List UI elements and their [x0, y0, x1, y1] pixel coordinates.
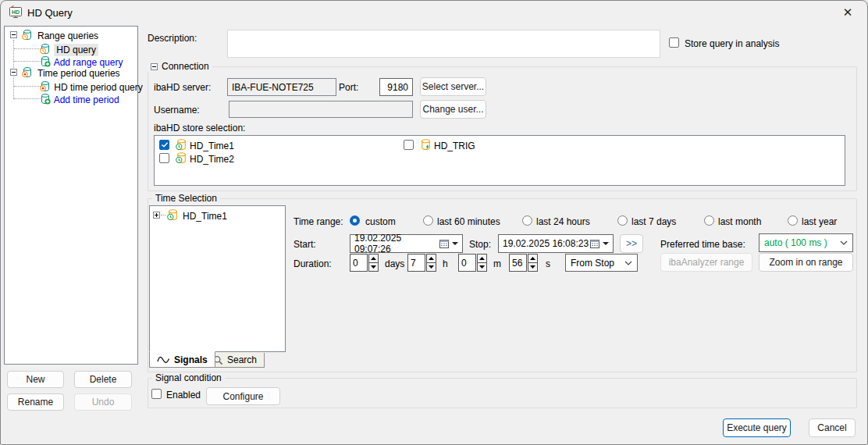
spin-down-icon[interactable] — [426, 262, 436, 272]
username-label: Username: — [154, 105, 200, 116]
radio-last-7-days-label[interactable]: last 7 days — [631, 216, 676, 227]
radio-last-year[interactable] — [788, 215, 798, 226]
rename-button[interactable]: Rename — [7, 393, 64, 411]
dropdown-arrow-icon[interactable] — [452, 242, 458, 245]
delete-button[interactable]: Delete — [74, 371, 132, 388]
tree-item-hd-query[interactable]: HD query — [39, 43, 98, 55]
stop-label: Stop: — [469, 239, 491, 250]
tree-item-label: HD time period query — [54, 82, 142, 93]
chevron-down-icon — [840, 240, 848, 245]
signal-condition-enabled-checkbox[interactable] — [151, 389, 162, 399]
tree-item-add-range-query[interactable]: Add range query — [39, 55, 123, 68]
tree-connector — [14, 86, 41, 87]
ibaanalyzer-range-button: ibaAnalyzer range — [660, 253, 752, 272]
tree-connector — [14, 48, 41, 49]
tree-connector — [14, 61, 41, 62]
description-input[interactable] — [227, 30, 660, 58]
store-item-label[interactable]: HD_Time2 — [190, 154, 234, 165]
hd-period-store-icon — [39, 80, 52, 93]
store-checkbox-hd-time2[interactable] — [159, 153, 169, 163]
duration-hours-unit: h — [443, 258, 448, 269]
sine-wave-icon — [157, 355, 170, 365]
tree-item-time-period-queries[interactable]: Time period queries — [37, 68, 120, 79]
radio-last-month-label[interactable]: last month — [718, 216, 761, 227]
dropdown-arrow-icon[interactable] — [603, 242, 609, 245]
description-label: Description: — [148, 33, 197, 44]
hd-time-store-icon — [21, 29, 34, 41]
chevron-down-icon — [624, 261, 632, 265]
expand-plus-icon[interactable] — [153, 212, 160, 219]
hd-query-app-icon: HD — [9, 5, 23, 20]
radio-last-24-hours[interactable] — [522, 215, 532, 226]
copy-start-to-stop-button[interactable]: >> — [620, 234, 643, 253]
preferred-time-base-label: Preferred time base: — [660, 239, 745, 250]
tab-signals[interactable]: Signals — [149, 351, 215, 368]
radio-last-7-days[interactable] — [617, 215, 628, 226]
store-query-label: Store query in analysis — [685, 38, 779, 49]
tree-item-hd-time-period-query[interactable]: HD time period query — [39, 80, 143, 93]
tree-item-range-queries[interactable]: Range queries — [37, 30, 98, 41]
radio-custom-label[interactable]: custom — [365, 216, 396, 227]
collapse-group-icon[interactable] — [151, 63, 158, 70]
calendar-icon — [590, 239, 599, 248]
new-button[interactable]: New — [7, 371, 64, 388]
duration-hours-stepper[interactable]: 7 — [407, 254, 436, 272]
spin-down-icon[interactable] — [477, 262, 487, 272]
cancel-button[interactable]: Cancel — [809, 418, 856, 437]
close-button[interactable]: ✕ — [834, 2, 861, 23]
radio-last-year-label[interactable]: last year — [802, 216, 837, 227]
duration-minutes-unit: m — [493, 258, 501, 269]
tree-item-add-time-period[interactable]: Add time period — [39, 93, 119, 105]
execute-query-button[interactable]: Execute query — [723, 418, 791, 437]
store-selection-label: ibaHD store selection: — [154, 123, 245, 134]
connection-group-title: Connection — [162, 61, 209, 72]
port-label: Port: — [339, 82, 358, 93]
duration-days-stepper[interactable]: 0 — [350, 254, 379, 272]
store-item-label[interactable]: HD_Time1 — [190, 141, 234, 151]
radio-custom[interactable] — [350, 215, 360, 226]
undo-button: Undo — [74, 393, 132, 411]
spin-down-icon[interactable] — [368, 262, 379, 272]
store-selection-list: HD_Time1 HD_Time2 HD_TRIG — [154, 135, 845, 186]
hd-query-dialog: HD HD Query ✕ Range queries — [0, 0, 868, 445]
duration-days-unit: days — [385, 258, 404, 269]
radio-last-month[interactable] — [704, 215, 714, 226]
configure-button[interactable]: Configure — [206, 387, 280, 405]
signal-condition-group-title: Signal condition — [152, 372, 225, 383]
radio-last-60-minutes[interactable] — [423, 215, 433, 226]
duration-seconds-stepper[interactable]: 56 — [509, 254, 538, 272]
port-input[interactable]: 9180 — [379, 78, 413, 96]
hd-time-store-icon — [175, 138, 188, 151]
signal-condition-enabled-label: Enabled — [166, 390, 201, 400]
collapse-expander-icon[interactable] — [10, 31, 17, 38]
server-input[interactable]: IBA-FUE-NOTE725 — [227, 78, 336, 96]
radio-last-60-minutes-label[interactable]: last 60 minutes — [437, 216, 500, 227]
hd-period-store-icon — [21, 66, 34, 79]
start-datetime-picker[interactable]: 19.02.2025 09:07:26 — [350, 234, 463, 253]
username-input[interactable] — [229, 101, 413, 118]
spin-down-icon[interactable] — [528, 262, 538, 272]
store-checkbox-hd-time1[interactable] — [159, 140, 169, 150]
hd-time-store-icon — [39, 43, 52, 55]
time-selection-group-title: Time Selection — [152, 193, 220, 204]
preferred-time-base-combo[interactable]: auto ( 100 ms ) — [759, 233, 853, 252]
store-item-label[interactable]: HD_TRIG — [434, 141, 475, 151]
store-query-checkbox[interactable] — [669, 37, 679, 48]
zoom-in-on-range-button[interactable]: Zoom in on range — [759, 253, 853, 272]
add-store-icon — [39, 55, 52, 68]
store-checkbox-hd-trig[interactable] — [404, 140, 414, 150]
window-title: HD Query — [27, 7, 73, 19]
title-bar: HD HD Query ✕ — [1, 1, 867, 24]
query-tree-panel: Range queries HD query Add range query — [4, 26, 138, 365]
duration-anchor-combo[interactable]: From Stop — [565, 254, 638, 272]
select-server-button[interactable]: Select server... — [420, 77, 486, 96]
tree-connector — [161, 215, 165, 215]
duration-minutes-stepper[interactable]: 0 — [458, 254, 487, 272]
collapse-expander-icon[interactable] — [10, 69, 17, 76]
radio-last-24-hours-label[interactable]: last 24 hours — [536, 216, 590, 227]
signal-tree-root[interactable]: HD_Time1 — [183, 211, 227, 222]
hd-time-store-icon — [166, 208, 180, 222]
change-user-button[interactable]: Change user... — [420, 100, 486, 119]
stop-datetime-picker[interactable]: 19.02.2025 16:08:23 — [498, 234, 614, 253]
hd-time-store-icon — [175, 151, 188, 165]
